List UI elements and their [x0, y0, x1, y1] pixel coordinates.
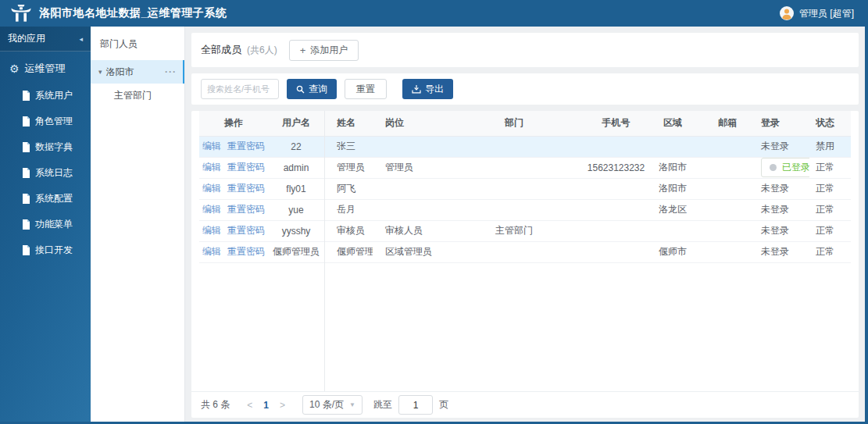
next-page-button[interactable]: >	[273, 400, 291, 411]
edit-link[interactable]: 编辑	[202, 225, 221, 236]
sidebar-item[interactable]: 系统日志	[0, 160, 91, 186]
login-cell: 未登录	[755, 136, 809, 157]
app-title: 洛阳市地名地址数据_运维管理子系统	[39, 6, 227, 20]
edit-link[interactable]: 编辑	[202, 162, 221, 173]
column-header-status: 状态	[809, 111, 851, 136]
members-label: 全部成员	[201, 43, 241, 57]
username-value: fly01	[286, 183, 305, 194]
table-row: 编辑重置密码删除admin管理员管理员15623123232洛阳市已登录正常	[199, 157, 851, 178]
reset-password-link[interactable]: 重置密码	[227, 183, 265, 194]
actions-cell: 编辑重置密码删除	[199, 136, 268, 157]
reset-password-link[interactable]: 重置密码	[227, 225, 265, 236]
region-cell: 洛龙区	[645, 199, 700, 220]
sidebar-header[interactable]: 我的应用 ◂	[0, 27, 91, 52]
caret-down-icon[interactable]: ▾	[98, 68, 102, 76]
region-value: 偃师市	[659, 246, 687, 257]
page-size-select[interactable]: 10 条/页 ▼	[302, 395, 363, 415]
gear-icon: ⚙	[9, 63, 20, 74]
username-cell: fly01	[268, 178, 324, 199]
login-cell: 未登录	[755, 199, 809, 220]
actions-cell: 编辑重置密码删除	[199, 178, 268, 199]
chevron-down-icon: ▼	[349, 401, 355, 408]
username-cell: yysshy	[268, 220, 324, 241]
search-icon	[296, 85, 305, 94]
actions-cell: 编辑重置密码删除	[199, 241, 268, 262]
document-icon	[22, 116, 30, 126]
column-header-actions: 操作	[199, 111, 268, 136]
post-cell	[373, 136, 441, 157]
add-user-label: 添加用户	[310, 44, 348, 57]
reset-password-link[interactable]: 重置密码	[227, 204, 265, 215]
sidebar-item[interactable]: 功能菜单	[0, 212, 91, 237]
status-cell: 正常	[809, 220, 851, 241]
sidebar-item[interactable]: 系统配置	[0, 186, 91, 212]
table-row: 编辑重置密码删除22张三未登录禁用	[199, 136, 851, 157]
export-button[interactable]: 导出	[402, 79, 453, 99]
sidebar-item[interactable]: 系统用户	[0, 83, 91, 109]
dept-cell	[441, 241, 587, 262]
reset-password-link[interactable]: 重置密码	[227, 141, 265, 151]
edit-link[interactable]: 编辑	[202, 246, 221, 257]
status-value: 禁用	[816, 141, 834, 151]
edit-link[interactable]: 编辑	[202, 183, 221, 194]
login-toggle[interactable]: 已登录	[761, 158, 809, 177]
sidebar-item[interactable]: 角色管理	[0, 109, 91, 134]
table-row: 编辑重置密码删除yue岳月洛龙区未登录正常	[199, 199, 851, 220]
column-header-login: 登录	[755, 111, 809, 136]
current-page-button[interactable]: 1	[259, 400, 273, 411]
user-avatar	[780, 6, 794, 20]
edit-link[interactable]: 编辑	[202, 204, 221, 215]
search-card: 查询 重置 导出	[191, 73, 859, 105]
status-cell: 正常	[809, 178, 851, 199]
edit-link[interactable]: 编辑	[202, 141, 221, 151]
dept-panel-title: 部门人员	[91, 27, 184, 60]
jump-label: 跳至	[373, 398, 392, 412]
jump-page-input[interactable]	[398, 395, 433, 415]
query-button[interactable]: 查询	[287, 79, 337, 99]
collapse-sidebar-icon[interactable]: ◂	[79, 35, 83, 43]
name-value: 偃师管理员	[337, 246, 373, 257]
dept-tree-node[interactable]: 主管部门	[91, 84, 184, 107]
name-cell: 岳月	[324, 199, 373, 220]
username-value: yue	[288, 205, 303, 216]
sidebar-item[interactable]: 数据字典	[0, 134, 91, 160]
plus-icon: +	[300, 45, 306, 56]
post-cell	[373, 178, 441, 199]
dept-node-label: 洛阳市	[106, 66, 134, 79]
region-cell: 洛阳市	[645, 157, 700, 178]
region-value: 洛阳市	[659, 183, 687, 194]
dept-cell: 主管部门	[441, 220, 587, 241]
sidebar-item-label: 数据字典	[35, 141, 73, 154]
table-header-row: 操作用户名姓名岗位部门手机号区域邮箱登录状态	[199, 111, 851, 136]
document-icon	[22, 168, 30, 178]
column-header-email: 邮箱	[700, 111, 755, 136]
topbar: 洛阳市地名地址数据_运维管理子系统 管理员 [超管]	[0, 0, 865, 27]
email-cell	[700, 220, 755, 241]
more-actions-icon[interactable]: ···	[165, 66, 177, 77]
name-cell: 管理员	[324, 157, 373, 178]
post-cell: 区域管理员	[373, 241, 441, 262]
add-user-button[interactable]: + 添加用户	[289, 40, 359, 61]
sidebar: 我的应用 ◂ ⚙ 运维管理 系统用户角色管理数据字典系统日志系统配置功能菜单接口…	[0, 27, 91, 422]
search-input[interactable]	[201, 79, 279, 99]
dept-tree: ▾洛阳市···主管部门	[91, 60, 184, 107]
document-icon	[22, 91, 30, 101]
sidebar-group-ops-management[interactable]: ⚙ 运维管理	[0, 52, 91, 83]
page-size-value: 10 条/页	[309, 398, 344, 412]
reset-password-link[interactable]: 重置密码	[227, 246, 265, 257]
user-menu[interactable]: 管理员 [超管]	[780, 6, 854, 20]
reset-password-link[interactable]: 重置密码	[227, 162, 265, 173]
reset-button[interactable]: 重置	[345, 79, 387, 99]
login-status: 未登录	[761, 183, 789, 194]
users-table-card: 操作用户名姓名岗位部门手机号区域邮箱登录状态 编辑重置密码删除22张三未登录禁用…	[191, 111, 859, 418]
email-cell	[700, 178, 755, 199]
sidebar-item[interactable]: 接口开发	[0, 237, 91, 263]
prev-page-button[interactable]: <	[241, 400, 259, 411]
dept-value: 主管部门	[495, 225, 533, 236]
name-value: 岳月	[337, 204, 355, 215]
dept-tree-node[interactable]: ▾洛阳市···	[91, 60, 184, 84]
name-cell: 张三	[324, 136, 373, 157]
email-cell	[700, 199, 755, 220]
name-cell: 审核员	[324, 220, 373, 241]
status-value: 正常	[816, 204, 834, 215]
